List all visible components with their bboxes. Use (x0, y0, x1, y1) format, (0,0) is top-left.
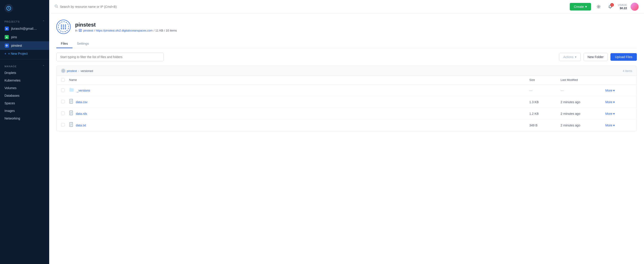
file-name-cell-versions: _versions (69, 88, 529, 93)
projects-section-header: PROJECTS ⌃ (0, 16, 49, 24)
actions-button[interactable]: Actions ▾ (559, 53, 581, 61)
file-name-cell-data-rds: data.rds (69, 111, 529, 117)
upload-files-button[interactable]: Upload Files (610, 53, 637, 61)
create-button[interactable]: Create ▾ (570, 3, 591, 10)
new-project-button[interactable]: + + New Project (0, 50, 49, 57)
plus-icon: + (4, 52, 6, 55)
more-button-versions[interactable]: More ▾ (605, 89, 615, 92)
sidebar-item-pinstest[interactable]: pinstest (0, 41, 49, 50)
more-button-data-csv[interactable]: More ▾ (605, 100, 615, 104)
file-date-data-csv: 2 minutes ago (560, 100, 605, 104)
filter-input[interactable] (56, 53, 164, 61)
select-all-checkbox[interactable] (61, 78, 64, 82)
sidebar-item-images[interactable]: Images (0, 107, 49, 115)
collapse-projects-icon[interactable]: ⌃ (42, 20, 45, 23)
table-row: data.txt 349 B 2 minutes ago More ▾ (56, 119, 636, 131)
svg-point-5 (62, 70, 64, 72)
file-name-cell-data-csv: data.csv (69, 99, 529, 105)
table-header: Name Size Last Modified (56, 76, 636, 85)
sidebar-logo (0, 0, 49, 16)
space-dot-grid (61, 24, 66, 29)
project-link[interactable]: pinstest (83, 29, 93, 32)
file-name-cell-data-txt: data.txt (69, 122, 529, 128)
space-url-link[interactable]: https://pinstest.sfo2.digitaloceanspaces… (96, 29, 153, 32)
row-checkbox-data-csv[interactable] (61, 100, 64, 103)
more-chevron-icon: ▾ (613, 112, 615, 115)
row-checkbox-versions[interactable] (61, 88, 64, 92)
file-size-data-txt: 349 B (529, 124, 560, 127)
sidebar-item-volumes[interactable]: Volumes (0, 84, 49, 92)
select-all-checkbox-cell (61, 78, 69, 82)
settings-icon-button[interactable] (594, 3, 603, 11)
breadcrumb-space-icon (61, 69, 66, 73)
file-date-data-rds: 2 minutes ago (560, 112, 605, 115)
size-column-header: Size (529, 78, 560, 82)
space-logo (56, 20, 71, 34)
more-button-data-txt[interactable]: More ▾ (605, 124, 615, 127)
content-area: pinstest in pinstest / https://pinstest.… (49, 13, 644, 264)
row-checkbox-data-rds[interactable] (61, 111, 64, 115)
sidebar-item-networking[interactable]: Networking (0, 115, 49, 122)
collapse-manage-icon[interactable]: ⌃ (42, 65, 45, 68)
user-avatar[interactable] (630, 3, 639, 11)
more-button-data-rds[interactable]: More ▾ (605, 112, 615, 115)
space-name: pinstest (75, 22, 177, 28)
sidebar-item-pins[interactable]: ■ pins (0, 33, 49, 41)
file-table: pinstest › versioned 4 items Name Size L… (56, 66, 637, 131)
file-name-data-csv[interactable]: data.csv (76, 100, 88, 104)
file-icon-data-rds (69, 111, 74, 117)
file-date-versions: — (560, 89, 605, 92)
breadcrumb-folder-label: versioned (80, 69, 93, 73)
file-name-versions[interactable]: _versions (77, 89, 90, 92)
file-name-data-rds[interactable]: data.rds (76, 112, 87, 115)
breadcrumb-row: pinstest › versioned 4 items (56, 66, 636, 76)
row-checkbox-data-txt[interactable] (61, 123, 64, 127)
search-input[interactable] (60, 5, 566, 8)
sidebar-divider (0, 59, 49, 59)
search-bar (54, 4, 566, 9)
sidebar-item-databases[interactable]: Databases (0, 92, 49, 99)
sidebar-item-kubernetes[interactable]: Kubernetes (0, 77, 49, 84)
file-icon-data-txt (69, 122, 74, 128)
app-logo-icon[interactable] (4, 4, 13, 12)
file-size-versions: — (529, 89, 560, 92)
folder-icon (69, 88, 74, 93)
space-info: pinstest in pinstest / https://pinstest.… (75, 22, 177, 32)
breadcrumb-space-link[interactable]: pinstest (67, 69, 77, 73)
more-chevron-icon: ▾ (613, 100, 615, 104)
manage-section-header: MANAGE ⌃ (0, 61, 49, 69)
last-modified-column-header: Last Modified (560, 78, 605, 82)
sidebar-item-spaces[interactable]: Spaces (0, 99, 49, 107)
space-logo-inner (58, 21, 69, 32)
notification-count: 1 (610, 3, 614, 7)
tab-files[interactable]: Files (56, 39, 72, 48)
name-column-header: Name (69, 78, 529, 82)
topnav-right: Create ▾ 1 USAGE $0.22 (570, 3, 639, 11)
table-row: data.rds 1.2 KB 2 minutes ago More ▾ (56, 108, 636, 119)
table-row: data.csv 1.3 KB 2 minutes ago More ▾ (56, 96, 636, 108)
new-project-label: + New Project (8, 52, 28, 55)
search-icon (54, 4, 58, 9)
tab-settings[interactable]: Settings (72, 39, 94, 48)
actions-chevron-icon: ▾ (575, 55, 576, 59)
file-icon-data-csv (69, 99, 74, 105)
pinstest-icon (4, 43, 9, 48)
space-meta: in pinstest / https://pinstest.sfo2.digi… (75, 29, 177, 32)
sidebar-item-jluraschi[interactable]: ■ jluraschi@gmail.... (0, 24, 49, 33)
breadcrumb: pinstest › versioned (61, 69, 93, 73)
file-name-data-txt[interactable]: data.txt (76, 124, 86, 127)
new-folder-button[interactable]: New Folder (584, 53, 608, 61)
breadcrumb-separator: › (78, 69, 79, 73)
svg-point-3 (598, 6, 599, 7)
svg-rect-4 (79, 29, 82, 31)
file-size-data-csv: 1.3 KB (529, 100, 560, 104)
notifications-button[interactable]: 1 (606, 3, 614, 11)
file-date-data-txt: 2 minutes ago (560, 124, 605, 127)
sidebar-item-droplets[interactable]: Droplets (0, 69, 49, 77)
space-header: pinstest in pinstest / https://pinstest.… (56, 20, 637, 34)
chevron-down-icon: ▾ (585, 5, 587, 9)
items-count: 4 items (623, 69, 632, 73)
topnav: Create ▾ 1 USAGE $0.22 (49, 0, 644, 13)
user-project-icon: ■ (4, 26, 9, 31)
sidebar: PROJECTS ⌃ ■ jluraschi@gmail.... ■ pins … (0, 0, 49, 264)
